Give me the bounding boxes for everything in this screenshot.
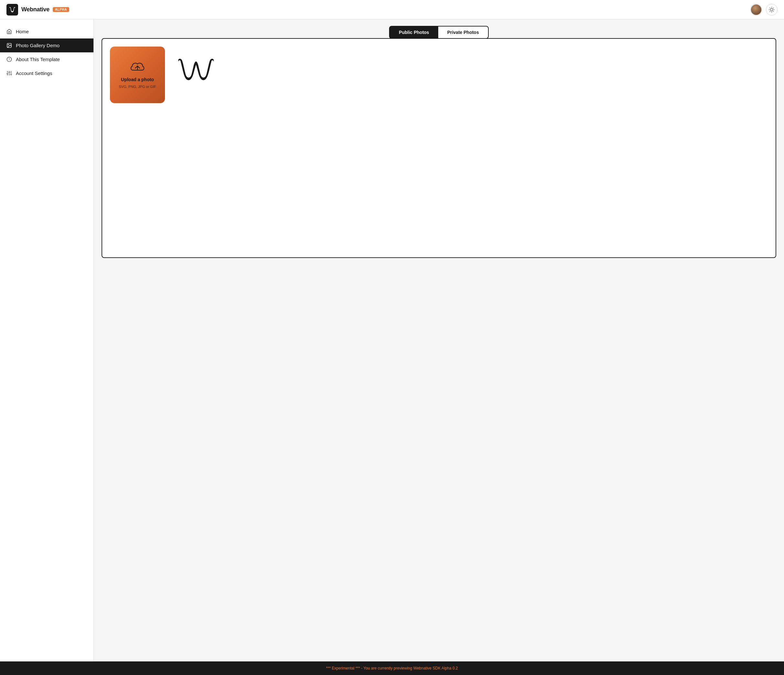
tab-private-photos[interactable]: Private Photos bbox=[438, 26, 488, 38]
svg-line-7 bbox=[770, 11, 770, 11]
sidebar-item-photo-gallery-label: Photo Gallery Demo bbox=[16, 43, 59, 48]
sidebar-item-photo-gallery[interactable]: Photo Gallery Demo bbox=[0, 39, 93, 52]
sliders-icon bbox=[6, 70, 12, 76]
sun-icon bbox=[769, 7, 775, 12]
sidebar-item-about[interactable]: About This Template bbox=[0, 52, 93, 66]
sidebar-item-home[interactable]: Home bbox=[0, 25, 93, 39]
upload-subtitle: SVG, PNG, JPG or GIF bbox=[119, 85, 156, 88]
sidebar: Home Photo Gallery Demo About This T bbox=[0, 19, 94, 661]
app-logo bbox=[6, 4, 18, 16]
main-content: Public Photos Private Photos Upload a ph… bbox=[94, 19, 784, 661]
app-body: Home Photo Gallery Demo About This T bbox=[0, 19, 784, 661]
app-footer: *** Experimental *** - You are currently… bbox=[0, 661, 784, 675]
info-icon bbox=[6, 57, 12, 62]
tabs-container: Public Photos Private Photos bbox=[389, 26, 488, 39]
image-icon bbox=[6, 43, 12, 48]
brand-name: Webnative bbox=[21, 6, 50, 13]
upload-card[interactable]: Upload a photo SVG, PNG, JPG or GIF bbox=[110, 47, 165, 103]
theme-toggle-button[interactable] bbox=[766, 4, 778, 16]
avatar-image bbox=[751, 5, 761, 15]
svg-point-0 bbox=[770, 8, 773, 11]
svg-line-4 bbox=[773, 11, 774, 11]
app-header: Webnative ALPHA bbox=[0, 0, 784, 19]
footer-text: *** Experimental *** - You are currently… bbox=[326, 666, 458, 670]
sidebar-item-home-label: Home bbox=[16, 29, 29, 34]
home-icon bbox=[6, 29, 12, 34]
header-actions bbox=[750, 4, 778, 16]
sidebar-item-about-label: About This Template bbox=[16, 57, 60, 62]
photo-item-logo[interactable] bbox=[170, 47, 222, 103]
upload-icon bbox=[130, 61, 145, 74]
avatar[interactable] bbox=[750, 4, 762, 16]
tab-public-photos[interactable]: Public Photos bbox=[390, 26, 438, 38]
svg-point-10 bbox=[8, 44, 9, 45]
header-brand: Webnative ALPHA bbox=[6, 4, 69, 16]
alpha-badge: ALPHA bbox=[53, 7, 69, 12]
sidebar-item-account[interactable]: Account Settings bbox=[0, 66, 93, 80]
upload-title: Upload a photo bbox=[121, 77, 154, 82]
gallery-container: Upload a photo SVG, PNG, JPG or GIF bbox=[101, 38, 776, 258]
webnative-logo-svg bbox=[175, 56, 217, 95]
sidebar-item-account-label: Account Settings bbox=[16, 70, 52, 76]
